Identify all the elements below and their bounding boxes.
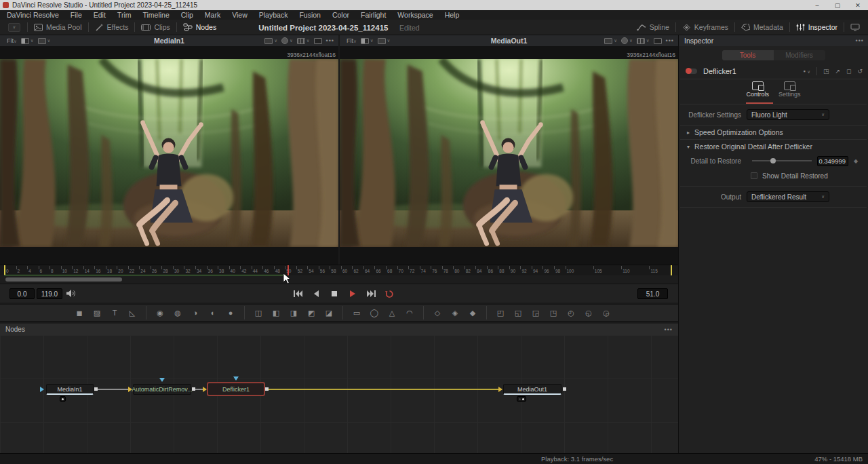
camera3d-icon[interactable]: ◴ [562, 306, 580, 320]
menu-fusion[interactable]: Fusion [299, 11, 321, 19]
node-mask-input-icon[interactable] [159, 378, 165, 382]
timeline-scrollbar[interactable] [5, 277, 122, 282]
text-icon[interactable]: T [106, 306, 123, 320]
node-mediaout1[interactable]: MediaOut1 [503, 384, 561, 395]
node-connection[interactable] [266, 389, 502, 390]
renderer3d-icon[interactable]: ◶ [597, 306, 615, 320]
guides-dropdown[interactable]: ∨ [297, 38, 310, 44]
menu-color[interactable]: Color [332, 11, 349, 19]
transform-icon[interactable]: ◪ [320, 306, 338, 320]
expand-viewer-button[interactable] [314, 38, 322, 44]
range-end-field[interactable]: 119.0 [37, 288, 62, 299]
lock-icon[interactable]: ◻ [846, 68, 851, 75]
metadata-button[interactable]: Metadata [735, 20, 789, 35]
menu-mark[interactable]: Mark [205, 11, 220, 19]
current-frame-field[interactable]: 51.0 [637, 288, 668, 299]
inspector-button[interactable]: Inspector [790, 20, 844, 35]
menu-playback[interactable]: Playback [259, 11, 288, 19]
viewer-right-canvas[interactable]: 3936x2144xfloat16 [340, 46, 678, 265]
speed-optimization-section[interactable]: ▸ Speed Optimization Options [679, 125, 868, 139]
zoom-fit-dropdown[interactable]: Fit∨ [347, 37, 357, 44]
node-enable-toggle[interactable] [686, 69, 697, 74]
menu-edit[interactable]: Edit [94, 11, 106, 19]
collapse-toolbar-button[interactable]: ∨ [8, 23, 20, 32]
planartransform-icon[interactable]: ◆ [464, 306, 481, 320]
colorcurves-icon[interactable]: ◍ [169, 306, 186, 320]
timeline-ruler[interactable]: 0246810121416182022242628303234363840424… [0, 265, 678, 275]
spline-button[interactable]: Spline [631, 20, 675, 35]
color-management-dropdown[interactable]: ∨ [621, 37, 633, 44]
guides-dropdown[interactable]: ∨ [637, 38, 650, 44]
deflicker-settings-dropdown[interactable]: Fluoro Light ∨ [747, 109, 829, 120]
window-titlebar[interactable]: DaVinci Resolve Studio - Untitled Projec… [0, 0, 868, 10]
bspline-mask-icon[interactable]: ◠ [401, 306, 418, 320]
play-button[interactable] [347, 288, 359, 300]
range-start-field[interactable]: 0.0 [9, 288, 35, 299]
channelbooleans-icon[interactable]: ◨ [285, 306, 302, 320]
show-detail-checkbox[interactable] [751, 172, 757, 179]
brightness-contrast-icon[interactable]: ◐ [204, 306, 222, 320]
tab-tools[interactable]: Tools [722, 50, 774, 60]
node-mediain1[interactable]: MediaIn1 [46, 384, 94, 395]
channel-dropdown[interactable]: ∨ [264, 38, 277, 44]
clips-button[interactable]: Clips [135, 20, 176, 35]
range-start-marker[interactable] [4, 265, 5, 275]
output-dropdown[interactable]: Deflickered Result ∨ [747, 191, 829, 202]
shape3d-icon[interactable]: ◱ [509, 306, 527, 320]
menu-davinci-resolve[interactable]: DaVinci Resolve [7, 11, 59, 19]
thumbnail-dropdown[interactable]: ▪ ∨ [803, 68, 810, 75]
play-reverse-button[interactable] [310, 288, 322, 300]
loop-button[interactable] [383, 288, 395, 300]
audio-mute-icon[interactable] [66, 289, 75, 298]
node-connection[interactable] [95, 389, 132, 390]
go-to-end-button[interactable] [365, 288, 377, 300]
keyframe-diamond-icon[interactable]: ◆ [854, 158, 858, 164]
tab-modifiers[interactable]: Modifiers [774, 50, 825, 60]
paint-icon[interactable]: ◺ [123, 306, 141, 320]
minimize-button[interactable]: – [807, 0, 827, 10]
light3d-icon[interactable]: ◵ [580, 306, 597, 320]
blur-icon[interactable]: ● [222, 306, 239, 320]
subtab-settings[interactable]: Settings [778, 81, 801, 98]
detail-to-restore-value[interactable]: 0.349999 [817, 156, 848, 166]
merge3d-icon[interactable]: ◰ [492, 306, 509, 320]
reset-icon[interactable]: ↺ [857, 68, 863, 75]
subview-dropdown[interactable]: ∨ [378, 38, 391, 44]
polygon-mask-icon[interactable]: △ [383, 306, 401, 320]
effects-button[interactable]: Effects [89, 20, 135, 35]
keyframes-button[interactable]: Keyframes [676, 20, 734, 35]
menu-file[interactable]: File [71, 11, 82, 19]
colorcorrector-icon[interactable]: ◉ [151, 306, 169, 320]
playhead[interactable] [288, 265, 289, 275]
imageplane3d-icon[interactable]: ◳ [545, 306, 562, 320]
mattecontrol-icon[interactable]: ◧ [267, 306, 285, 320]
buffer-ab-dropdown[interactable]: ∨ [21, 38, 34, 44]
text3d-icon[interactable]: ◲ [527, 306, 545, 320]
menu-fairlight[interactable]: Fairlight [361, 11, 386, 19]
node-automaticdirtremov[interactable]: AutomaticDirtRemov... [133, 384, 191, 395]
color-management-dropdown[interactable]: ∨ [281, 37, 293, 44]
resize-icon[interactable]: ◩ [302, 306, 320, 320]
node-output-socket[interactable] [265, 387, 269, 391]
viewer-left-canvas[interactable]: 3936x2144xfloat16 [0, 46, 338, 265]
restore-button[interactable]: ▢ [827, 0, 848, 10]
nodes-panel-options-menu[interactable]: ••• [665, 326, 673, 333]
node-mask-input-icon[interactable] [233, 376, 239, 381]
subtab-controls[interactable]: Controls [746, 81, 769, 98]
detail-to-restore-slider[interactable] [752, 160, 812, 161]
buffer-ab-dropdown[interactable]: ∨ [361, 38, 374, 44]
menu-clip[interactable]: Clip [181, 11, 193, 19]
menu-trim[interactable]: Trim [117, 11, 132, 19]
node-deflicker1[interactable]: Deflicker1 [208, 383, 264, 395]
menu-workspace[interactable]: Workspace [397, 11, 433, 19]
menu-timeline[interactable]: Timeline [142, 11, 169, 19]
tracker-icon[interactable]: ◇ [429, 306, 446, 320]
huecurves-icon[interactable]: ◑ [186, 306, 204, 320]
menu-help[interactable]: Help [445, 11, 460, 19]
node-graph-canvas[interactable]: MediaIn1AutomaticDirtRemov...Deflicker1M… [0, 335, 678, 453]
expand-viewer-button[interactable] [654, 38, 662, 44]
media-pool-button[interactable]: Media Pool [28, 20, 88, 35]
restore-detail-section[interactable]: ▾ Restore Original Detail After Deflicke… [679, 140, 868, 153]
node-output-socket[interactable] [563, 387, 566, 391]
range-end-marker[interactable] [671, 265, 672, 275]
